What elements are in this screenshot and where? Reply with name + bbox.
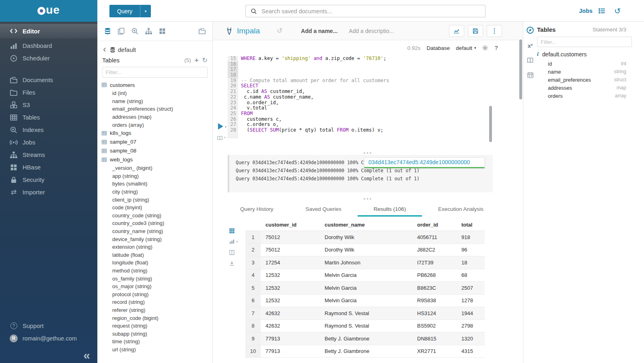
tab-results-106-[interactable]: Results (106) xyxy=(358,203,422,217)
documents-icon[interactable] xyxy=(198,27,206,35)
tree-column[interactable]: time (string) xyxy=(101,338,212,346)
tree-column[interactable]: device_family (string) xyxy=(101,235,212,243)
column-orders[interactable]: ordersarray xyxy=(537,92,626,100)
database-select[interactable]: default ▾ xyxy=(456,45,476,51)
execute-button[interactable] xyxy=(218,123,223,130)
sidebar-item-scheduler[interactable]: Scheduler xyxy=(0,52,97,64)
grid-view-icon[interactable] xyxy=(229,228,235,234)
tab-query-history[interactable]: Query History xyxy=(224,203,290,217)
results-header-customer_id[interactable]: customer_id xyxy=(261,222,320,228)
chevron-left-icon[interactable] xyxy=(102,47,107,52)
compass-icon[interactable] xyxy=(526,26,534,34)
sidebar-item-streams[interactable]: Streams xyxy=(0,148,97,161)
breadcrumb-database-label[interactable]: default xyxy=(118,46,136,53)
tree-column[interactable]: orders (array) xyxy=(101,121,212,129)
tree-column[interactable]: addresses (map) xyxy=(101,113,212,121)
query-name-field[interactable]: Add a name... xyxy=(301,28,337,34)
tree-column[interactable]: id (int) xyxy=(101,89,212,97)
tree-column[interactable]: code (tinyint) xyxy=(101,204,212,212)
tree-column[interactable]: subapp (string) xyxy=(101,330,212,338)
sidebar-item-indexes[interactable]: Indexes xyxy=(0,124,97,136)
column-name[interactable]: namestring xyxy=(537,68,626,76)
tree-column[interactable]: name (string) xyxy=(101,97,212,105)
tree-column[interactable]: longitude (float) xyxy=(101,259,212,267)
sidebar-item-s3[interactable]: S3 xyxy=(0,99,97,111)
gear-icon[interactable] xyxy=(482,45,488,51)
refresh-icon[interactable]: ↻ xyxy=(202,57,208,64)
sidebar-collapse-icon[interactable]: « xyxy=(83,349,90,361)
table-row[interactable]: 275012Dorothy WilkJ882C296 xyxy=(245,244,485,257)
sidebar-item-user[interactable]: R romain@gethue.com xyxy=(0,332,97,344)
tree-table-customers[interactable]: customers xyxy=(101,80,212,89)
open-book-icon[interactable] xyxy=(216,135,223,141)
sidebar-item-importer[interactable]: ⇄Importer xyxy=(0,186,97,198)
tree-table-sample_07[interactable]: sample_07 xyxy=(101,138,212,146)
tree-column[interactable]: city (string) xyxy=(101,188,212,196)
tree-column[interactable]: record (string) xyxy=(101,298,212,306)
query-history-icon[interactable]: ↺ xyxy=(277,27,282,35)
help-icon[interactable]: ? xyxy=(494,45,498,51)
add-table-icon[interactable]: + xyxy=(195,57,199,64)
table-row[interactable]: 842632Raymond S. VestalBS59022798 xyxy=(245,320,485,333)
tree-column[interactable]: os_major (string) xyxy=(101,283,212,291)
tree-column[interactable]: region_code (bigint) xyxy=(101,314,212,322)
sidebar-item-editor[interactable]: Editor xyxy=(0,24,97,38)
zoom-in-icon[interactable] xyxy=(131,27,139,35)
table-row[interactable]: 742632Raymond S. VestalHS31241944 xyxy=(245,307,485,320)
tree-column[interactable]: client_ip (string) xyxy=(101,196,212,204)
download-icon[interactable] xyxy=(229,260,235,266)
sidebar-item-support[interactable]: ? Support xyxy=(0,320,97,332)
query-dropdown-caret-icon[interactable]: ▾ xyxy=(140,5,151,17)
tree-column[interactable]: url (string) xyxy=(101,346,212,354)
sql-code-editor[interactable]: 15WHERE a.key = 'shipping' and a.zip_cod… xyxy=(228,56,501,138)
active-table-ref[interactable]: i default.customers xyxy=(537,51,626,58)
grid-icon[interactable] xyxy=(158,27,166,35)
save-button[interactable] xyxy=(468,25,483,37)
table-row[interactable]: 977913Betty J. GiambroneDN88151320 xyxy=(245,332,485,345)
sidebar-item-dashboard[interactable]: Dashboard xyxy=(0,39,97,52)
tab-execution-analysis[interactable]: Execution Analysis xyxy=(422,203,500,217)
more-options-button[interactable]: ⋮ xyxy=(487,25,502,37)
sitemap-icon[interactable] xyxy=(145,27,152,35)
tree-column[interactable]: email_preferences (struct) xyxy=(101,105,212,113)
tree-column[interactable]: request (string) xyxy=(101,322,212,330)
search-input[interactable] xyxy=(261,8,485,15)
superscript-icon[interactable]: x² xyxy=(528,43,533,49)
tree-column[interactable]: country_code3 (string) xyxy=(101,219,212,227)
table-row[interactable]: 612532Melvin GarciaR9S8381278 xyxy=(245,295,485,307)
chart-view-icon[interactable] xyxy=(229,239,235,245)
table-row[interactable]: 175012Dorothy Wilk4056711918 xyxy=(245,231,485,244)
sidebar-item-security[interactable]: Security xyxy=(0,173,97,186)
book-options-caret-icon[interactable]: ▾ xyxy=(224,136,226,139)
tables-filter-input[interactable] xyxy=(102,67,208,78)
main-scrollbar[interactable] xyxy=(519,39,522,99)
column-email_preferences[interactable]: email_preferencesstruct xyxy=(537,76,626,84)
engine-title[interactable]: Impala xyxy=(237,27,260,35)
tree-column[interactable]: user_agent (string) xyxy=(101,353,212,355)
query-button[interactable]: Query ▾ xyxy=(109,5,151,17)
query-id-popover[interactable]: 034d413ec7474ed5:4249de1000000000 xyxy=(364,157,485,168)
tree-column[interactable]: latitude (float) xyxy=(101,251,212,259)
tree-column[interactable]: referer (string) xyxy=(101,306,212,314)
tree-column[interactable]: protocol (string) xyxy=(101,290,212,298)
jobs-link[interactable]: Jobs xyxy=(579,8,593,14)
resize-handle[interactable]: ●●● xyxy=(213,197,523,201)
history-icon[interactable]: ↺ xyxy=(614,7,621,15)
calendar-icon[interactable] xyxy=(527,72,534,78)
chart-button[interactable] xyxy=(449,25,464,37)
tab-saved-queries[interactable]: Saved Queries xyxy=(290,203,358,217)
tree-column[interactable]: extension (string) xyxy=(101,243,212,251)
tree-table-sample_08[interactable]: sample_08 xyxy=(101,146,212,155)
editor-scrollbar[interactable] xyxy=(489,106,492,142)
column-addresses[interactable]: addressesmap xyxy=(537,84,626,92)
tree-column[interactable]: app (string) xyxy=(101,172,212,180)
hue-logo[interactable]: ue xyxy=(0,0,97,22)
sidebar-item-hbase[interactable]: HBase xyxy=(0,161,97,173)
column-id[interactable]: idint xyxy=(537,60,626,68)
sidebar-item-tables[interactable]: Tables xyxy=(0,111,97,124)
tree-column[interactable]: method (string) xyxy=(101,267,212,275)
results-header-order_id[interactable]: order_id xyxy=(412,222,457,228)
tree-column[interactable]: bytes (smallint) xyxy=(101,180,212,188)
columns-icon[interactable] xyxy=(229,250,235,256)
query-description-field[interactable]: Add a descriptio... xyxy=(349,28,394,34)
